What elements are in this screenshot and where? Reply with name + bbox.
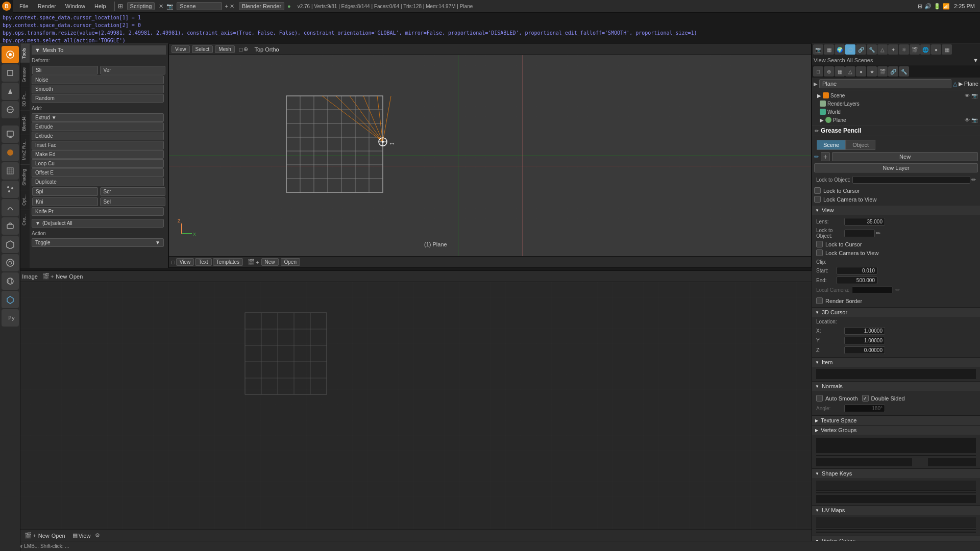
- vtab-3dpr[interactable]: 3D Pr...: [20, 87, 30, 111]
- gp-add-icon[interactable]: +: [821, 152, 830, 161]
- mesh-menu-btn[interactable]: Mesh: [215, 45, 234, 53]
- tool-material[interactable]: [2, 144, 19, 161]
- auto-smooth-cb[interactable]: [816, 395, 823, 402]
- uv-plus-icon[interactable]: +: [51, 273, 54, 280]
- tool-particles[interactable]: [2, 181, 19, 198]
- tool-world[interactable]: [2, 272, 19, 290]
- select-menu-btn[interactable]: Select: [192, 45, 213, 53]
- tool-move[interactable]: [2, 64, 19, 82]
- lock-to-object-input[interactable]: [852, 176, 970, 184]
- tool-constraints[interactable]: [2, 217, 19, 235]
- rp-physics-icon[interactable]: ⚛: [899, 44, 909, 55]
- tool-object[interactable]: [2, 291, 19, 308]
- menu-help[interactable]: Help: [90, 2, 110, 10]
- footer-new-btn[interactable]: New: [261, 258, 279, 266]
- rp-renderlayers-icon[interactable]: ▦: [824, 44, 834, 55]
- rp2-icon-8[interactable]: 🔗: [888, 66, 898, 77]
- rp-scene-icon[interactable]: 🎬: [910, 44, 920, 55]
- ver-btn[interactable]: Ver: [100, 66, 166, 74]
- uv-footer-open-btn[interactable]: Open: [52, 533, 65, 539]
- rp2-icon-3[interactable]: ▦: [835, 66, 845, 77]
- rp-modifier-icon[interactable]: 🔧: [867, 44, 877, 55]
- cursor-y-input[interactable]: [844, 337, 885, 344]
- rp-texture-icon[interactable]: ▦: [942, 44, 952, 55]
- outliner-world-item[interactable]: World: [812, 108, 980, 116]
- item-collapse-header[interactable]: ▼ Item: [812, 358, 980, 367]
- double-sided-cb[interactable]: [862, 395, 869, 402]
- vgroups-header[interactable]: ▶ Vertex Groups: [812, 425, 980, 435]
- clip-start-input[interactable]: [837, 267, 877, 274]
- vtab-mixz[interactable]: MixZ Ru...: [20, 135, 30, 164]
- tex-space-header[interactable]: ▶ Texture Space: [812, 416, 980, 425]
- gp-new-btn[interactable]: New: [832, 152, 978, 161]
- tool-scale[interactable]: [2, 101, 19, 118]
- offset-e-btn[interactable]: Offset E: [32, 168, 164, 177]
- vtab-tools[interactable]: Tools: [20, 43, 30, 63]
- topbar-plus-icon[interactable]: +: [225, 3, 228, 9]
- scene-cam-icon[interactable]: 📷: [971, 93, 977, 98]
- view-collapse-header[interactable]: ▼ View: [812, 206, 980, 215]
- rp-particles-icon[interactable]: ✦: [888, 44, 898, 55]
- tool-select[interactable]: [2, 46, 19, 63]
- cursor-x-input[interactable]: [844, 327, 885, 335]
- allscenes-btn-rpanel[interactable]: All Scenes: [847, 57, 873, 63]
- scene-eye-icon[interactable]: 👁: [965, 93, 970, 98]
- rp2-icon-1[interactable]: □: [813, 66, 823, 77]
- search-btn-rpanel[interactable]: Search: [827, 57, 845, 63]
- uv-footer-plus[interactable]: +: [33, 533, 36, 539]
- rp-world-icon[interactable]: 🌍: [835, 44, 845, 55]
- outliner-renderlayers-item[interactable]: RenderLayers: [812, 99, 980, 108]
- vtab-blend4[interactable]: Blend4:: [20, 111, 30, 135]
- action-toggle-btn[interactable]: Toggle ▼: [32, 238, 164, 247]
- shapekeys-header[interactable]: ▼ Shape Keys: [812, 469, 980, 478]
- tool-texture[interactable]: [2, 162, 19, 180]
- vtab-cre[interactable]: Cre...: [20, 210, 30, 230]
- object-tab[interactable]: Object: [846, 140, 875, 150]
- uv-image-btn[interactable]: Image: [22, 273, 38, 280]
- lock-to-cursor-cb[interactable]: [814, 187, 821, 194]
- uv-new-btn[interactable]: New: [56, 273, 67, 280]
- deselect-all-btn[interactable]: ▼ (De)select All: [32, 219, 164, 228]
- extrude-btn1[interactable]: Extrude: [32, 122, 164, 131]
- sli-btn[interactable]: Sli: [32, 66, 98, 74]
- knife-pr-btn[interactable]: Knife Pr: [32, 207, 164, 216]
- uvmaps-header[interactable]: ▼ UV Maps: [812, 506, 980, 515]
- vtab-opt[interactable]: Opt...: [20, 190, 30, 210]
- text-footer-btn[interactable]: Text: [195, 258, 211, 266]
- uv-open-btn[interactable]: Open: [69, 273, 83, 280]
- extrud-dropdown-btn[interactable]: Extrud ▼: [32, 113, 164, 122]
- lock-obj-input[interactable]: [844, 230, 875, 237]
- tool-render[interactable]: [2, 126, 19, 143]
- vtab-grease[interactable]: Grease: [20, 63, 30, 87]
- vtab-shading[interactable]: Shading: [20, 164, 30, 190]
- extrude-btn2[interactable]: Extrude: [32, 132, 164, 140]
- rp2-icon-6[interactable]: ★: [867, 66, 877, 77]
- mode-selector[interactable]: Scripting: [127, 2, 155, 10]
- templates-footer-btn[interactable]: Templates: [213, 258, 243, 266]
- rp2-icon-7[interactable]: 🎬: [877, 66, 888, 77]
- plane-name-input[interactable]: [819, 79, 951, 88]
- tool-data[interactable]: [2, 236, 19, 253]
- view-footer-btn[interactable]: View: [176, 258, 194, 266]
- scene-tab[interactable]: Scene: [817, 140, 846, 150]
- spi-btn[interactable]: Spi: [32, 187, 98, 196]
- gp-new-layer-btn[interactable]: New Layer: [814, 163, 978, 172]
- plane-cam-icon[interactable]: 📷: [971, 117, 977, 123]
- rp2-icon-4[interactable]: △: [845, 66, 855, 77]
- view-btn-rpanel[interactable]: View: [814, 57, 826, 63]
- clip-end-input[interactable]: [837, 277, 877, 284]
- view-menu-btn[interactable]: View: [172, 45, 190, 53]
- uv-content[interactable]: [0, 282, 812, 530]
- cursor-z-input[interactable]: [844, 346, 885, 354]
- rp2-icon-2[interactable]: ⊕: [824, 66, 834, 77]
- noise-btn[interactable]: Noise: [32, 76, 164, 84]
- rp-object-icon[interactable]: ⬡: [845, 44, 855, 55]
- uv-editor[interactable]: □ View Image 🎬 + New Open: [0, 270, 812, 541]
- rp-mesh-icon[interactable]: △: [877, 44, 888, 55]
- inset-fac-btn[interactable]: Inset Fac: [32, 141, 164, 149]
- uv-view-btn2[interactable]: View: [79, 533, 91, 539]
- tool-python[interactable]: Py: [2, 309, 19, 327]
- make-ed-btn[interactable]: Make Ed: [32, 150, 164, 159]
- topbar-close-icon[interactable]: ✕: [159, 3, 163, 10]
- topbar-x2-icon[interactable]: ✕: [230, 3, 234, 10]
